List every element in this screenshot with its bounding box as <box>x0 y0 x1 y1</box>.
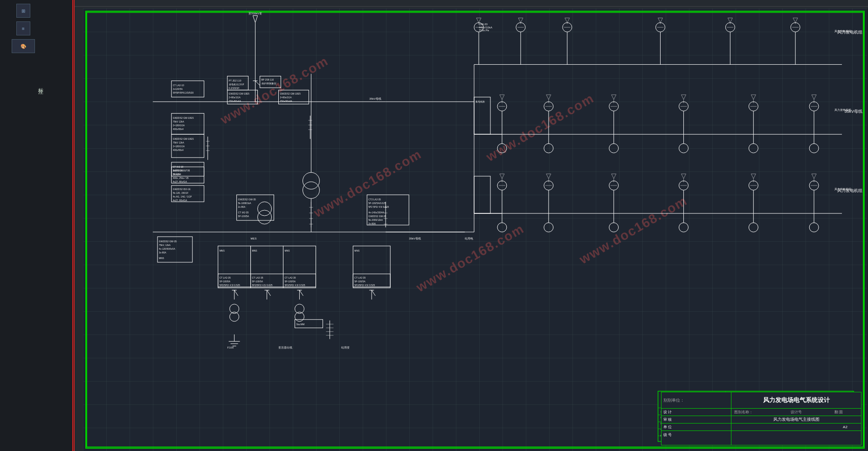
svg-text:5P2/5P2/ 4.5/ 0.625: 5P2/5P2/ 4.5/ 0.625 <box>252 284 273 287</box>
svg-text:5P-100/5A: 5P-100/5A <box>284 280 296 283</box>
svg-text:5P-100/5A: 5P-100/5A <box>252 280 263 283</box>
svg-line-255 <box>812 95 814 99</box>
svg-text:GW2DS2 ID2-1E: GW2DS2 ID2-1E <box>173 188 191 191</box>
svg-point-241 <box>679 144 688 153</box>
svg-line-304 <box>753 174 756 178</box>
svg-text:GW2DS2 GW-10E5: GW2DS2 GW-10E5 <box>229 92 249 95</box>
annotation-turbines-2: 35kV母线 <box>844 109 862 115</box>
svg-text:5P2/5P2/ 4.5/ 0.525: 5P2/5P2/ 4.5/ 0.525 <box>354 284 375 287</box>
svg-text:35kV母线: 35kV母线 <box>369 97 381 100</box>
svg-text:5P2/5P2/ 4.5/ 0.525: 5P2/5P2/ 4.5/ 0.525 <box>220 284 240 287</box>
svg-line-62 <box>255 16 258 23</box>
svg-line-33 <box>658 18 661 23</box>
svg-line-13 <box>479 18 481 23</box>
svg-line-47 <box>793 18 795 23</box>
svg-line-20 <box>521 18 523 23</box>
svg-text:2=80x/1GA: 2=80x/1GA <box>229 96 241 99</box>
drawing-area[interactable]: www.doc168.com www.doc168.com www.doc168… <box>83 8 867 451</box>
svg-text:75kV 12kA: 75kV 12kA <box>173 141 185 144</box>
svg-line-246 <box>751 95 753 99</box>
cad-drawing: .cad-line { stroke: #ffffff; stroke-widt… <box>83 8 867 451</box>
svg-text:5P-100/5A/0.625: 5P-100/5A/0.625 <box>368 202 386 205</box>
svg-line-313 <box>814 174 816 178</box>
svg-line-247 <box>753 95 756 99</box>
svg-text:GW2DS2 GW-10ES: GW2DS2 GW-10ES <box>173 137 194 140</box>
chinese-label: 标注 <box>37 84 44 86</box>
svg-text:2x-80A: 2x-80A <box>368 222 376 225</box>
svg-point-56 <box>258 210 272 224</box>
svg-line-229 <box>614 95 616 99</box>
svg-text:GW2DS2 GW-35: GW2DS2 GW-35 <box>238 198 256 201</box>
svg-text:4n27, 80x/GA: 4n27, 80x/GA <box>173 199 187 202</box>
svg-point-55 <box>258 202 272 216</box>
svg-text:集电线路: 集电线路 <box>475 100 485 103</box>
svg-text:变压器出线: 变压器出线 <box>279 346 293 349</box>
svg-text:MNS: MNS <box>159 257 165 260</box>
svg-rect-3 <box>87 13 863 447</box>
svg-text:Zn-60x: Zn-60x <box>173 173 180 176</box>
svg-text:MNS: MNS <box>252 249 258 252</box>
svg-line-276 <box>546 174 549 178</box>
svg-text:GW2DS2 GW-35: GW2DS2 GW-35 <box>368 215 386 218</box>
svg-line-19 <box>518 18 521 23</box>
svg-text:5P/5P/5P/0.2/3/5/20: 5P/5P/5P/0.2/3/5/20 <box>173 91 194 94</box>
annotation-turbines-1: 风力发电机组 <box>837 29 862 35</box>
svg-text:250x/60x4A: 250x/60x4A <box>229 100 241 102</box>
svg-text:至T00kV变: 至T00kV变 <box>248 12 262 15</box>
svg-text:CT LA2-35: CT LA2-35 <box>354 276 365 279</box>
svg-text:3x-80A: 3x-80A <box>159 251 166 254</box>
svg-line-256 <box>814 95 816 99</box>
svg-point-52 <box>303 182 319 198</box>
properties-icon[interactable]: ≡ <box>16 21 30 35</box>
svg-text:4n-140x/2004A: 4n-140x/2004A <box>368 211 384 214</box>
svg-text:250x/60x4A: 250x/60x4A <box>280 100 292 102</box>
layers-icon[interactable]: ⊞ <box>16 4 30 18</box>
svg-line-27 <box>567 18 570 23</box>
svg-line-210 <box>500 95 502 99</box>
svg-text:400x/80x4: 400x/80x4 <box>173 149 184 151</box>
red-line-left <box>72 0 73 451</box>
svg-text:5P-100/5A: 5P-100/5A <box>220 280 231 283</box>
left-sidebar: ⊞ ≡ 🎨 标注 <box>0 0 75 451</box>
svg-point-280 <box>544 223 553 232</box>
svg-text:35kV母线: 35kV母线 <box>409 237 421 240</box>
svg-point-307 <box>749 223 758 232</box>
svg-text:WDTS-2000/T/B: WDTS-2000/T/B <box>173 169 190 172</box>
svg-line-312 <box>812 174 814 178</box>
svg-rect-0 <box>75 0 868 8</box>
svg-text:MES: MES <box>251 237 257 240</box>
svg-line-40 <box>728 18 730 23</box>
svg-line-219 <box>546 95 549 99</box>
svg-text:4n,4t1, 14t1 / 1GP: 4n,4t1, 14t1 / 1GP <box>173 195 192 198</box>
title-main: 风力发电场电气系统设计 <box>763 396 830 404</box>
svg-text:GW2DS2 GW-10E5: GW2DS2 GW-10E5 <box>280 92 300 95</box>
svg-text:MNS: MNS <box>354 249 360 252</box>
svg-line-48 <box>795 18 798 23</box>
svg-text:CT IA2-35: CT IA2-35 <box>238 211 249 214</box>
title-block: 别别单位： 设 计 审 核 单 位 级 号 <box>661 392 861 445</box>
svg-point-316 <box>809 223 819 232</box>
svg-line-76 <box>255 81 260 85</box>
left-ruler <box>75 8 83 451</box>
palette-icon[interactable]: 🎨 <box>12 39 35 53</box>
svg-text:5P2/5P2/ 4.5/ 0.525: 5P2/5P2/ 4.5/ 0.525 <box>284 284 305 287</box>
svg-text:2=180/1GA: 2=180/1GA <box>173 124 185 127</box>
svg-text:75kV 12kA: 75kV 12kA <box>173 120 185 123</box>
svg-line-303 <box>751 174 753 178</box>
svg-point-250 <box>749 144 758 153</box>
svg-text:发电机出口/U/f: 发电机出口/U/f <box>229 83 244 86</box>
svg-line-41 <box>730 18 732 23</box>
svg-text:GW2DS2 GW-35: GW2DS2 GW-35 <box>159 240 177 243</box>
svg-text:CT LA2-10: CT LA2-10 <box>173 84 184 87</box>
svg-text:2=180/1GA: 2=180/1GA <box>173 145 185 148</box>
svg-text:5P-100/5A: 5P-100/5A <box>354 280 365 283</box>
svg-point-271 <box>497 223 507 232</box>
svg-text:保护用/测量/仪: 保护用/测量/仪 <box>262 82 277 85</box>
drawing-name: 风力发电场电气主接线图 <box>773 417 820 423</box>
svg-text:Sta.WM: Sta.WM <box>296 323 304 326</box>
svg-line-178 <box>299 290 303 296</box>
top-ruler <box>75 0 868 8</box>
main-canvas: ⊞ ≡ 🎨 标注 www.doc168.com www.do <box>0 0 868 451</box>
svg-text:4x-120/50/5x5A: 4x-120/50/5x5A <box>159 247 176 250</box>
svg-rect-262 <box>474 176 490 213</box>
